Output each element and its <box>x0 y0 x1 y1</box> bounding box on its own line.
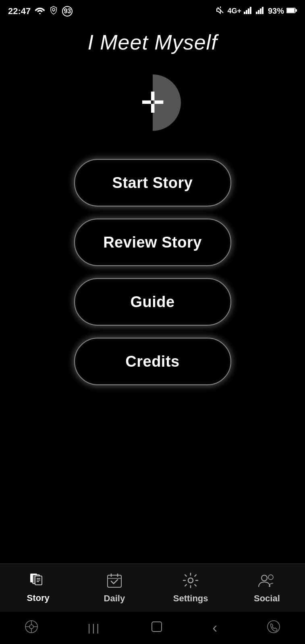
gamepad-nav-button[interactable] <box>25 620 38 636</box>
svg-point-1 <box>52 8 55 11</box>
daily-nav-icon <box>106 572 122 591</box>
svg-point-24 <box>188 578 193 583</box>
home-nav-button[interactable] <box>150 620 163 636</box>
wifi-icon <box>35 6 45 17</box>
settings-nav-icon <box>183 572 199 591</box>
svg-point-0 <box>39 13 41 14</box>
system-nav-bar: ||| ‹ <box>0 612 305 644</box>
daily-nav-label: Daily <box>104 593 125 604</box>
guide-button[interactable]: Guide <box>74 278 231 326</box>
svg-rect-33 <box>152 622 162 632</box>
svg-rect-9 <box>260 8 261 14</box>
main-content: I Meet Myself ✛ Start Story Review Story… <box>0 22 305 393</box>
signal-bars-2 <box>256 6 266 16</box>
nav-social[interactable]: Social <box>229 572 305 604</box>
svg-rect-7 <box>256 12 257 14</box>
mute-icon <box>216 6 225 17</box>
svg-rect-3 <box>244 12 245 14</box>
svg-rect-10 <box>262 7 264 14</box>
svg-point-26 <box>268 575 273 580</box>
svg-rect-13 <box>295 9 297 12</box>
svg-rect-20 <box>108 575 121 587</box>
social-nav-icon <box>258 572 276 591</box>
bottom-nav: Story Daily Settings <box>0 564 305 612</box>
status-right: 4G+ 93% <box>216 6 297 17</box>
battery-icon <box>286 6 297 16</box>
story-nav-icon <box>29 573 47 590</box>
logo-container: ✛ <box>120 70 185 135</box>
svg-point-34 <box>268 621 280 633</box>
nav-settings[interactable]: Settings <box>153 572 229 604</box>
social-nav-label: Social <box>254 593 280 604</box>
menu-nav-button[interactable]: ||| <box>88 622 101 634</box>
logo-half-circle: ✛ <box>124 74 181 131</box>
svg-point-28 <box>29 625 33 629</box>
svg-rect-6 <box>250 7 251 14</box>
shield-icon <box>49 6 58 17</box>
status-bar: 22:47 93 4G+ <box>0 0 305 22</box>
notification-count: 93 <box>62 6 73 17</box>
signal-bars-1 <box>244 6 253 16</box>
time-display: 22:47 <box>8 6 31 17</box>
network-type: 4G+ <box>227 7 241 15</box>
phone-nav-button[interactable] <box>267 620 280 636</box>
status-left: 22:47 93 <box>8 6 73 17</box>
svg-rect-4 <box>246 10 247 14</box>
battery-percentage: 93% <box>268 6 284 16</box>
svg-point-25 <box>261 575 267 581</box>
svg-rect-5 <box>248 8 249 14</box>
settings-nav-label: Settings <box>173 593 208 604</box>
start-story-button[interactable]: Start Story <box>74 159 231 206</box>
menu-buttons: Start Story Review Story Guide Credits <box>24 159 281 385</box>
app-title: I Meet Myself <box>87 30 217 54</box>
review-story-button[interactable]: Review Story <box>74 219 231 266</box>
story-nav-label: Story <box>27 593 50 603</box>
nav-story[interactable]: Story <box>0 573 76 603</box>
svg-rect-12 <box>287 8 295 12</box>
plus-icon: ✛ <box>141 88 165 117</box>
credits-button[interactable]: Credits <box>74 338 231 385</box>
svg-rect-16 <box>35 576 42 585</box>
svg-rect-8 <box>258 10 259 14</box>
nav-daily[interactable]: Daily <box>76 572 152 604</box>
back-nav-button[interactable]: ‹ <box>212 619 217 636</box>
